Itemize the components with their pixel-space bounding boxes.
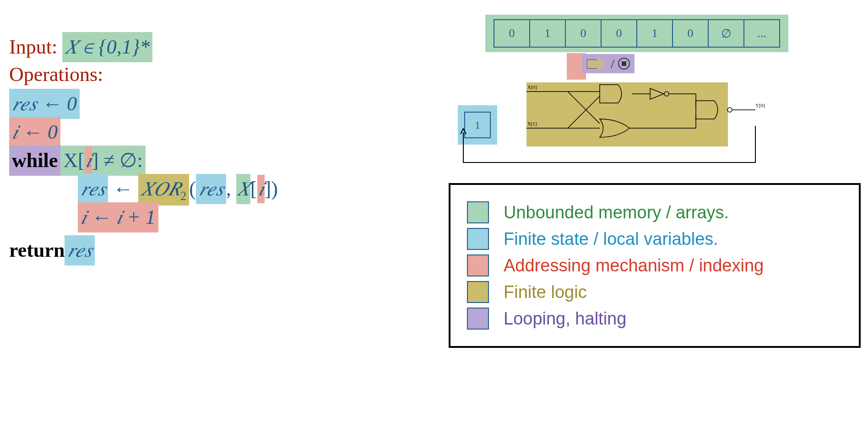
xor-assign-line: 𝑟𝑒𝑠 ← 𝑋𝑂𝑅2(𝑟𝑒𝑠, 𝑋[𝑖]) bbox=[9, 174, 357, 202]
svg-point-12 bbox=[727, 108, 732, 112]
state-box: 1 bbox=[458, 105, 497, 145]
legend-label: Finite state / local variables. bbox=[504, 229, 718, 249]
legend-label: Unbounded memory / arrays. bbox=[504, 203, 729, 222]
svg-line-2 bbox=[568, 92, 600, 124]
tape-cell: 0 bbox=[672, 19, 709, 48]
legend-row: Looping, halting bbox=[467, 308, 842, 330]
tape: 010010∅... bbox=[485, 15, 788, 52]
tape-head: / bbox=[582, 54, 635, 73]
res-init: 𝑟𝑒𝑠 ← 0 bbox=[9, 89, 80, 119]
svg-line-3 bbox=[568, 96, 600, 128]
tape-cell: 1 bbox=[529, 19, 566, 48]
legend-label: Looping, halting bbox=[504, 309, 626, 329]
legend-label: Finite logic bbox=[504, 282, 587, 302]
legend-row: Finite state / local variables. bbox=[467, 228, 842, 250]
tape-cell: 0 bbox=[565, 19, 602, 48]
input-label: Input: bbox=[9, 36, 57, 58]
circuit-label-x0: X[0] bbox=[527, 84, 537, 90]
operations-label: Operations: bbox=[9, 63, 103, 86]
return-keyword: return bbox=[9, 239, 65, 261]
increment-line: 𝑖 ← 𝑖 + 1 bbox=[78, 202, 158, 233]
legend-swatch bbox=[467, 228, 489, 250]
tape-cell: 1 bbox=[636, 19, 673, 48]
legend-row: Addressing mechanism / indexing bbox=[467, 254, 842, 276]
return-value: 𝑟𝑒𝑠 bbox=[65, 235, 95, 265]
legend-swatch bbox=[467, 254, 489, 276]
legend-swatch bbox=[467, 281, 489, 303]
code-block: Input: 𝑋 ∈ {0,1}* Operations: 𝑟𝑒𝑠 ← 0 𝑖 … bbox=[9, 32, 357, 264]
input-expression: 𝑋 ∈ {0,1}* bbox=[62, 32, 152, 62]
legend-row: Finite logic bbox=[467, 281, 842, 303]
state-value: 1 bbox=[464, 112, 491, 138]
i-init: 𝑖 ← 0 bbox=[9, 117, 60, 147]
circuit-label-x1: X[1] bbox=[527, 121, 537, 126]
while-keyword: while bbox=[12, 149, 58, 172]
tape-cell: 0 bbox=[601, 19, 637, 48]
tape-cell: 0 bbox=[494, 19, 530, 48]
halt-icon bbox=[618, 58, 630, 70]
legend-swatch bbox=[467, 201, 489, 223]
svg-point-7 bbox=[664, 92, 669, 96]
legend-label: Addressing mechanism / indexing bbox=[504, 256, 764, 276]
circuit-label-y0: Y[0] bbox=[755, 103, 765, 108]
legend-row: Unbounded memory / arrays. bbox=[467, 201, 842, 223]
arrow-right-icon bbox=[587, 56, 607, 71]
legend: Unbounded memory / arrays.Finite state /… bbox=[449, 183, 861, 348]
legend-swatch bbox=[467, 308, 489, 330]
circuit-diagram: X[0] X[1] Y[0] bbox=[526, 73, 765, 165]
tape-cell: ... bbox=[743, 19, 780, 48]
while-line: whileX[𝑖] ≠ ∅: bbox=[9, 146, 357, 174]
tape-cell: ∅ bbox=[708, 19, 744, 48]
